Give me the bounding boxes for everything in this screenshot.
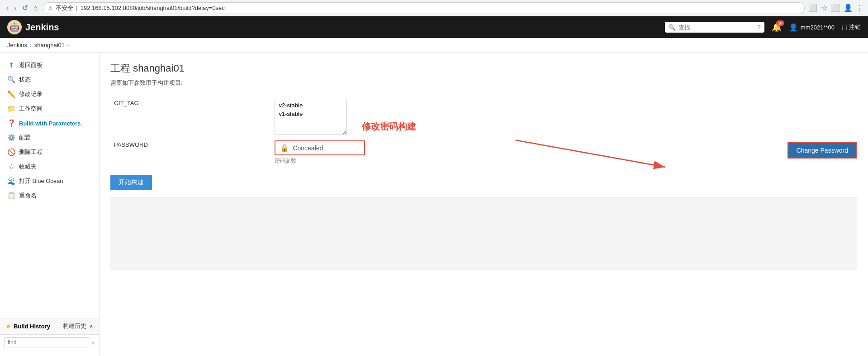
sidebar-item-blue-ocean[interactable]: 🌊 打开 Blue Ocean (0, 174, 99, 188)
rename-icon: 📋 (7, 192, 15, 200)
concealed-text: Concealed (293, 144, 323, 152)
sidebar-label-build-params: Build with Parameters (19, 120, 81, 127)
sidebar-item-favorites[interactable]: ☆ 收藏夹 (0, 159, 99, 174)
header-icons: 🔔 18 👤 mm2021**00 ⬚ 注销 (772, 22, 861, 32)
chevron-up-icon: ∧ (89, 323, 94, 330)
sidebar-items: ⬆ 返回面板 🔍 状态 ✏️ 修改记录 📁 工作空间 ❓ Build with … (0, 58, 99, 203)
url-separator: | (76, 5, 77, 11)
change-password-button[interactable]: Change Password (787, 142, 857, 159)
jenkins-logo[interactable]: 🤖 Jenkins (7, 20, 59, 34)
sidebar-item-delete[interactable]: 🚫 删除工程 (0, 145, 99, 159)
build-history-header-left: ★ Build History (5, 323, 50, 330)
security-warning-icon: ⚠ (48, 5, 53, 11)
address-bar[interactable]: ⚠ 不安全 | 192.168.15.102:8080/job/shanghai… (43, 2, 805, 14)
password-field[interactable]: 🔒 Concealed (275, 140, 365, 155)
find-input-wrapper: × (0, 334, 99, 350)
browser-bar: ‹ › ↺ ⌂ ⚠ 不安全 | 192.168.15.102:8080/job/… (0, 0, 868, 16)
return-icon: ⬆ (7, 61, 15, 69)
git-tag-row: GIT_TAG v2-stable v1-stable (110, 96, 653, 138)
url-text: 192.168.15.102:8080/job/shanghai01/build… (81, 5, 225, 11)
sidebar-item-status[interactable]: 🔍 状态 (0, 72, 99, 87)
find-clear-icon[interactable]: × (89, 339, 95, 346)
breadcrumb-project[interactable]: shanghai01 (34, 42, 65, 48)
reload-button[interactable]: ↺ (20, 3, 30, 13)
param-table: GIT_TAG v2-stable v1-stable PASSWORD 🔒 C… (110, 96, 653, 168)
content-area: 工程 shanghai01 需要如下参数用于构建项目: GIT_TAG v2-s… (100, 53, 868, 356)
password-value-cell: 🔒 Concealed 密码参数 (271, 138, 653, 168)
jenkins-header: 🤖 Jenkins 🔍 ? 🔔 18 👤 mm2021**00 ⬚ 注销 (0, 16, 868, 38)
translate-icon[interactable]: ⬜ (808, 4, 817, 12)
sidebar-item-changelog[interactable]: ✏️ 修改记录 (0, 87, 99, 101)
build-history-cn-label: 构建历史 (63, 322, 86, 330)
search-input[interactable] (678, 24, 754, 31)
lock-icon: 🔒 (280, 144, 289, 152)
jenkins-title: Jenkins (25, 22, 59, 33)
sidebar-label-blue-ocean: 打开 Blue Ocean (19, 177, 63, 185)
sidebar-item-return-dashboard[interactable]: ⬆ 返回面板 (0, 58, 99, 72)
sidebar-label-config: 配置 (19, 134, 31, 142)
sidebar-item-rename[interactable]: 📋 重命名 (0, 188, 99, 203)
git-tag-select[interactable]: v2-stable v1-stable (275, 99, 347, 135)
build-history-header[interactable]: ★ Build History 构建历史 ∧ (0, 318, 99, 334)
config-icon: ⚙️ (7, 134, 15, 142)
username-text: mm2021**00 (801, 24, 835, 31)
menu-icon[interactable]: ⋮ (856, 4, 863, 12)
git-tag-option-1[interactable]: v1-stable (277, 110, 345, 118)
build-history-label: Build History (14, 323, 50, 330)
bottom-area (110, 197, 857, 270)
logout-label: 注销 (849, 23, 861, 31)
header-search[interactable]: 🔍 ? (665, 22, 764, 33)
logout-icon: ⬚ (842, 24, 847, 31)
sidebar-item-config[interactable]: ⚙️ 配置 (0, 130, 99, 145)
start-build-button[interactable]: 开始构建 (110, 175, 152, 190)
password-hint: 密码参数 (275, 157, 650, 165)
breadcrumb-sep-2: › (67, 43, 69, 48)
sidebar: ⬆ 返回面板 🔍 状态 ✏️ 修改记录 📁 工作空间 ❓ Build with … (0, 53, 100, 356)
logout-button[interactable]: ⬚ 注销 (842, 23, 861, 31)
workspace-icon: 📁 (7, 105, 15, 113)
browser-actions: ⬜ ☆ ⬜ 👤 ⋮ (808, 4, 863, 12)
changelog-icon: ✏️ (7, 90, 15, 98)
sidebar-label-favorites: 收藏夹 (19, 163, 37, 171)
breadcrumb: Jenkins › shanghai01 › (0, 38, 868, 53)
back-button[interactable]: ‹ (5, 3, 10, 13)
user-icon: 👤 (789, 23, 798, 32)
jenkins-emoji: 🤖 (9, 22, 19, 32)
sidebar-label-status: 状态 (19, 76, 31, 84)
security-warning-text: 不安全 (56, 4, 73, 12)
sidebar-item-workspace[interactable]: 📁 工作空间 (0, 101, 99, 116)
title-prefix: 工程 (110, 63, 130, 74)
browser-nav: ‹ › ↺ ⌂ (5, 3, 39, 13)
main-layout: ⬆ 返回面板 🔍 状态 ✏️ 修改记录 📁 工作空间 ❓ Build with … (0, 53, 868, 356)
build-history-star-icon: ★ (5, 323, 11, 330)
home-button[interactable]: ⌂ (32, 3, 40, 13)
user-info[interactable]: 👤 mm2021**00 (789, 23, 835, 32)
sidebar-item-build-with-params[interactable]: ❓ Build with Parameters (0, 116, 99, 130)
build-history-section: ★ Build History 构建历史 ∧ × (0, 318, 99, 350)
git-tag-value-cell: v2-stable v1-stable (271, 96, 653, 138)
profile-icon[interactable]: 👤 (844, 4, 853, 12)
sidebar-label-rename: 重命名 (19, 192, 37, 200)
sidebar-label-delete: 删除工程 (19, 148, 43, 156)
project-name-text: shanghai01 (133, 63, 185, 74)
search-icon: 🔍 (669, 24, 676, 31)
breadcrumb-sep-1: › (30, 43, 32, 48)
forward-button[interactable]: › (12, 3, 18, 13)
blue-ocean-icon: 🌊 (7, 177, 15, 185)
password-row: PASSWORD 🔒 Concealed 密码参数 (110, 138, 653, 168)
favorites-icon: ☆ (7, 163, 15, 171)
find-input[interactable] (5, 337, 89, 347)
notification-bell[interactable]: 🔔 18 (772, 22, 782, 32)
breadcrumb-root[interactable]: Jenkins (7, 42, 27, 48)
extension-icon[interactable]: ⬜ (831, 4, 840, 12)
search-help-icon[interactable]: ? (757, 24, 761, 31)
sidebar-label-return: 返回面板 (19, 61, 43, 69)
git-tag-option-0[interactable]: v2-stable (277, 101, 345, 110)
star-icon[interactable]: ☆ (821, 4, 827, 12)
sidebar-label-changelog: 修改记录 (19, 90, 43, 98)
password-change-area: Change Password (787, 142, 857, 159)
delete-icon: 🚫 (7, 148, 15, 156)
jenkins-logo-icon: 🤖 (7, 20, 22, 34)
build-history-right: 构建历史 ∧ (63, 322, 94, 330)
notification-badge: 18 (776, 20, 784, 26)
